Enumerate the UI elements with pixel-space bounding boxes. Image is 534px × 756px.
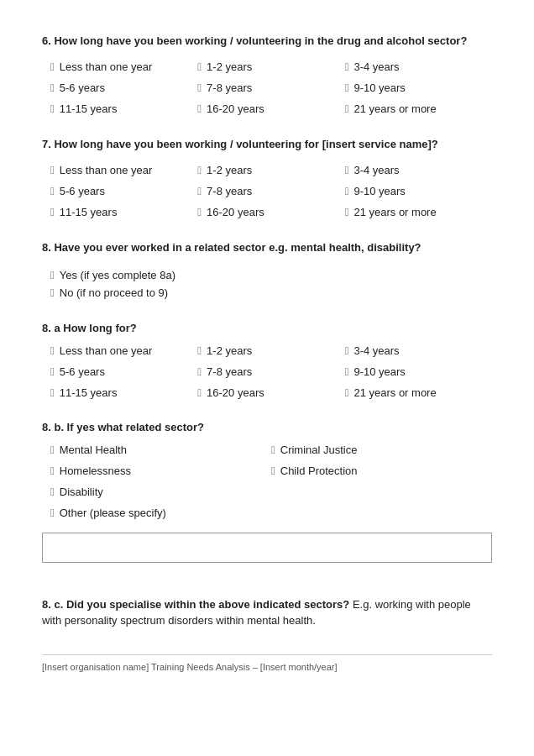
list-item[interactable]:  Disability bbox=[50, 484, 271, 500]
list-item[interactable]:  3-4 years bbox=[345, 59, 492, 75]
list-item[interactable]:  Child Protection bbox=[271, 463, 492, 479]
option-label: 16-20 years bbox=[207, 102, 264, 115]
option-label: 5-6 years bbox=[60, 185, 105, 197]
bullet-icon:  bbox=[50, 61, 55, 72]
disability-label: Disability bbox=[60, 486, 103, 498]
list-item[interactable]:  16-20 years bbox=[197, 204, 344, 220]
bullet-icon:  bbox=[197, 207, 202, 218]
list-item[interactable]:  16-20 years bbox=[197, 385, 344, 401]
question-8a: 8. a How long for?  Less than one year … bbox=[42, 322, 492, 401]
bullet-icon:  bbox=[197, 82, 202, 93]
list-item[interactable]:  Mental Health bbox=[50, 442, 271, 458]
q8b-label: 8. b. If yes what related sector? bbox=[42, 421, 492, 433]
option-label: 5-6 years bbox=[60, 81, 105, 94]
option-label: Less than one year bbox=[60, 60, 153, 73]
option-label: 21 years or more bbox=[353, 206, 436, 218]
bullet-icon:  bbox=[197, 103, 202, 114]
child-protection-label: Child Protection bbox=[280, 465, 358, 477]
footer-text: [Insert organisation name] Training Need… bbox=[42, 662, 338, 672]
q7-options:  Less than one year  1-2 years  3-4 y… bbox=[50, 162, 492, 220]
bullet-icon:  bbox=[197, 186, 202, 197]
option-label: 11-15 years bbox=[60, 386, 118, 399]
option-label: 1-2 years bbox=[207, 164, 252, 176]
list-item[interactable]:  Criminal Justice bbox=[271, 442, 492, 458]
list-item[interactable]:  1-2 years bbox=[197, 162, 344, 178]
list-item[interactable]:  Less than one year bbox=[50, 162, 197, 178]
list-item[interactable]:  7-8 years bbox=[197, 364, 344, 380]
list-item[interactable]:  Other (please specify) bbox=[50, 505, 271, 521]
bullet-icon:  bbox=[197, 345, 202, 356]
sector-options:  Mental Health  Homelessness  Disabil… bbox=[50, 442, 492, 521]
bullet-icon:  bbox=[50, 270, 55, 281]
bullet-icon:  bbox=[345, 165, 349, 176]
bullet-icon:  bbox=[271, 465, 275, 476]
option-label: 3-4 years bbox=[353, 344, 399, 357]
q8a-options:  Less than one year  1-2 years  3-4 y… bbox=[50, 343, 492, 401]
list-item[interactable]:  Less than one year bbox=[50, 343, 197, 359]
option-label: 3-4 years bbox=[353, 164, 399, 176]
bullet-icon:  bbox=[197, 61, 202, 72]
list-item[interactable]:  5-6 years bbox=[50, 183, 197, 199]
list-item[interactable]:  7-8 years bbox=[197, 80, 344, 96]
list-item[interactable]:  21 years or more bbox=[345, 101, 492, 117]
question-8b: 8. b. If yes what related sector?  Ment… bbox=[42, 421, 492, 576]
yes-option-label: Yes (if yes complete 8a) bbox=[60, 269, 175, 281]
option-label: 9-10 years bbox=[353, 365, 405, 378]
list-item[interactable]:  Yes (if yes complete 8a) bbox=[50, 266, 492, 284]
question-7: 7. How long have you been working / volu… bbox=[42, 137, 492, 220]
option-label: 21 years or more bbox=[353, 386, 436, 399]
bullet-icon:  bbox=[50, 486, 55, 497]
other-specify-input[interactable] bbox=[42, 533, 492, 563]
list-item[interactable]:  5-6 years bbox=[50, 80, 197, 96]
option-label: 9-10 years bbox=[353, 185, 405, 197]
q8-label: 8. Have you ever worked in a related sec… bbox=[42, 240, 492, 255]
bullet-icon:  bbox=[50, 507, 55, 518]
list-item[interactable]:  9-10 years bbox=[345, 364, 492, 380]
bullet-icon:  bbox=[50, 186, 55, 197]
list-item[interactable]:  9-10 years bbox=[345, 80, 492, 96]
list-item[interactable]:  21 years or more bbox=[345, 204, 492, 220]
option-label: 11-15 years bbox=[60, 102, 118, 115]
criminal-justice-label: Criminal Justice bbox=[280, 444, 358, 456]
bullet-icon:  bbox=[345, 207, 349, 218]
bullet-icon:  bbox=[50, 82, 55, 93]
option-label: 7-8 years bbox=[207, 365, 252, 378]
sector-col-left:  Mental Health  Homelessness  Disabil… bbox=[50, 442, 271, 521]
list-item[interactable]:  16-20 years bbox=[197, 101, 344, 117]
option-label: Less than one year bbox=[60, 344, 153, 357]
list-item[interactable]:  1-2 years bbox=[197, 343, 344, 359]
option-label: 11-15 years bbox=[60, 206, 118, 218]
list-item[interactable]:  1-2 years bbox=[197, 59, 344, 75]
bullet-icon:  bbox=[345, 366, 349, 377]
q6-options:  Less than one year  1-2 years  3-4 y… bbox=[50, 59, 492, 117]
list-item[interactable]:  11-15 years bbox=[50, 385, 197, 401]
bullet-icon:  bbox=[197, 366, 202, 377]
list-item[interactable]:  3-4 years bbox=[345, 343, 492, 359]
bullet-icon:  bbox=[50, 465, 55, 476]
list-item[interactable]:  21 years or more bbox=[345, 385, 492, 401]
list-item[interactable]:  11-15 years bbox=[50, 101, 197, 117]
list-item[interactable]:  3-4 years bbox=[345, 162, 492, 178]
list-item[interactable]:  9-10 years bbox=[345, 183, 492, 199]
bullet-icon:  bbox=[345, 61, 349, 72]
bullet-icon:  bbox=[345, 82, 349, 93]
other-label: Other (please specify) bbox=[60, 507, 166, 519]
bullet-icon:  bbox=[271, 444, 275, 455]
list-item[interactable]:  Less than one year bbox=[50, 59, 197, 75]
sector-col-right:  Criminal Justice  Child Protection bbox=[271, 442, 492, 521]
list-item[interactable]:  7-8 years bbox=[197, 183, 344, 199]
list-item[interactable]:  11-15 years bbox=[50, 204, 197, 220]
option-label: 7-8 years bbox=[207, 81, 252, 94]
option-label: 16-20 years bbox=[207, 206, 264, 218]
question-6: 6. How long have you been working / volu… bbox=[42, 34, 492, 117]
list-item[interactable]:  Homelessness bbox=[50, 463, 271, 479]
option-label: Less than one year bbox=[60, 164, 153, 176]
bullet-icon:  bbox=[50, 287, 55, 298]
option-label: 9-10 years bbox=[353, 81, 405, 94]
question-8: 8. Have you ever worked in a related sec… bbox=[42, 240, 492, 301]
list-item[interactable]:  5-6 years bbox=[50, 364, 197, 380]
option-label: 5-6 years bbox=[60, 365, 105, 378]
bullet-icon:  bbox=[345, 345, 349, 356]
list-item[interactable]:  No (if no proceed to 9) bbox=[50, 284, 492, 302]
option-label: 16-20 years bbox=[207, 386, 264, 399]
